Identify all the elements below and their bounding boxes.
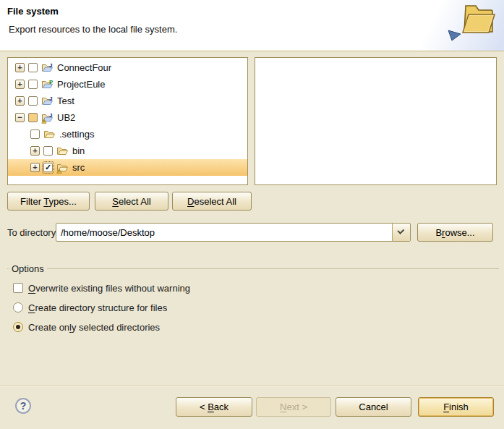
item-checkbox[interactable] [28,96,38,106]
export-wizard-dialog: { "header": { "title": "File system", "s… [0,0,504,429]
option-row[interactable]: Create directory structure for files [13,300,167,315]
export-arrow-icon [446,29,462,42]
item-checkbox[interactable] [30,129,40,139]
option-row[interactable]: Overwrite existing files without warning [13,281,190,295]
to-directory-label: To directory: [7,227,59,238]
deselect-all-button[interactable]: Deselect All [172,192,252,211]
expand-toggle-icon[interactable]: + [15,80,25,89]
page-title: File system [7,6,59,17]
page-subtitle: Export resources to the local file syste… [9,24,177,35]
tree-row[interactable]: + bin [8,143,247,159]
directory-combo[interactable]: /home/moose/Desktop [56,223,411,242]
next-button[interactable]: Next > [256,397,331,417]
expand-toggle-icon[interactable]: + [15,96,25,106]
select-all-button[interactable]: Select All [95,192,168,211]
folder-icon: J [41,112,54,124]
chevron-down-icon [397,227,404,234]
tree-row[interactable]: + J ConnectFour [8,59,247,76]
option-label[interactable]: Overwrite existing files without warning [28,283,190,294]
tree-indent [15,134,30,135]
tree-item-label[interactable]: .settings [59,129,94,140]
help-button[interactable]: ? [15,398,31,414]
options-group-legend: Options [9,263,47,274]
option-control[interactable] [13,322,23,332]
folder-icon: P [41,79,54,90]
expand-toggle-icon[interactable]: − [15,113,25,122]
tree-item-label[interactable]: ProjectEule [57,79,105,90]
expand-toggle-icon[interactable]: + [15,63,25,72]
tree-item-label[interactable]: Test [57,95,74,106]
item-checkbox[interactable] [28,113,38,122]
tree-item-label[interactable]: ConnectFour [57,62,111,73]
directory-dropdown-button[interactable] [392,224,410,241]
svg-text:J: J [49,62,52,69]
tree-item-label[interactable]: UB2 [57,112,75,123]
item-checkbox[interactable] [28,80,38,89]
expand-toggle-icon[interactable]: + [30,163,40,172]
option-control[interactable] [13,283,23,293]
filter-types-button[interactable]: Filter Types... [7,192,90,211]
svg-text:J: J [49,112,52,119]
tree-item-label[interactable]: bin [72,145,85,156]
folder-icon: J [41,62,54,74]
tree-indent [15,167,30,168]
expand-toggle-icon[interactable]: + [30,146,40,156]
tree-row[interactable]: + J Test [8,93,247,109]
folder-icon: J [41,95,54,107]
item-checkbox[interactable]: ✓ [43,163,53,172]
option-row[interactable]: Create only selected directories [13,320,160,334]
file-tree[interactable]: + J ConnectFour + P ProjectEule + [7,57,248,185]
options-group-border [7,268,499,269]
file-list-panel[interactable] [255,57,497,185]
tree-row[interactable]: + ✓ src [8,159,247,176]
option-control[interactable] [13,302,23,313]
tree-row[interactable]: − J UB2 [8,109,247,126]
cancel-button[interactable]: Cancel [336,397,411,417]
directory-input[interactable]: /home/moose/Desktop [56,224,392,241]
item-checkbox[interactable] [43,146,53,156]
svg-text:J: J [49,95,52,102]
folder-icon [43,129,56,140]
tree-row[interactable]: .settings [8,126,247,143]
tree-indent [15,150,30,151]
svg-text:P: P [49,79,54,85]
option-label[interactable]: Create only selected directories [28,322,160,333]
option-label[interactable]: Create directory structure for files [28,302,167,313]
folder-icon [56,162,69,174]
back-button[interactable]: < Back [176,397,252,417]
finish-button[interactable]: Finish [418,397,494,417]
browse-button[interactable]: Browse... [417,223,493,242]
item-checkbox[interactable] [28,63,38,72]
wizard-banner: File system Export resources to the loca… [0,0,504,51]
tree-item-label[interactable]: src [72,162,85,173]
folder-icon [56,145,69,157]
help-icon: ? [20,400,27,412]
tree-row[interactable]: + P ProjectEule [8,76,247,93]
footer-separator [0,386,504,387]
